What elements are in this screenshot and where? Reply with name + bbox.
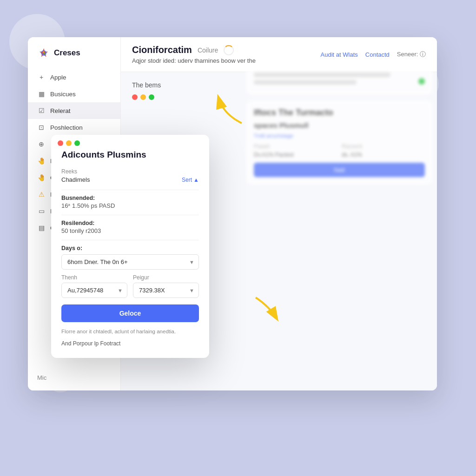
two-col-section: Thenh Au,72945748 ▼ Peigur 7329.38X ▼: [61, 274, 199, 298]
sidebar-item-apple[interactable]: + Apple: [28, 69, 120, 86]
busnended-value: 16ᵃ 1.50% ps PASD: [61, 202, 199, 209]
seneer-label: Seneer: ⓘ: [397, 50, 426, 59]
modal-footer-text: Florre anor it chtaledl, aclunt of harla…: [61, 328, 199, 336]
logo-icon: [37, 46, 50, 60]
contact-link[interactable]: Contactd: [365, 51, 390, 58]
reeks-row: Chadimels Sert ▲: [61, 176, 199, 183]
page-title: Cioniforcatim: [132, 45, 192, 55]
box-icon: ⊡: [37, 123, 46, 132]
modal-dot-red: [58, 140, 63, 146]
app-name: Creses: [54, 48, 80, 58]
modal-footer-link[interactable]: And Porpour lp Footract: [61, 340, 199, 347]
sidebar-bottom: Mic: [28, 374, 121, 381]
reeks-label: Reeks: [61, 168, 199, 175]
chadimels-value: Chadimels: [61, 176, 90, 183]
geloce-button[interactable]: Geloce: [61, 304, 199, 322]
thenh-label: Thenh: [61, 274, 127, 281]
thenh-col: Thenh Au,72945748 ▼: [61, 274, 127, 298]
sidebar-item-busicues[interactable]: ▦ Busicues: [28, 86, 120, 102]
dot-green: [149, 94, 154, 100]
modal-window: Adicounts Plusmins Reeks Chadimels Sert …: [51, 135, 209, 358]
doc-icon: ▤: [37, 224, 46, 232]
peigur-select[interactable]: 7329.38X: [133, 283, 199, 298]
peigur-select-wrapper: 7329.38X ▼: [133, 283, 199, 298]
globe-icon: ⊕: [37, 140, 46, 148]
plus-icon: +: [37, 73, 46, 81]
header-title-area: Cioniforcatim Coilure: [132, 45, 256, 55]
days-select-wrapper: 6hom Dner. The 0n 6+ ▼: [61, 254, 199, 270]
thenh-select[interactable]: Au,72945748: [61, 283, 127, 298]
modal-dot-yellow: [66, 140, 72, 146]
grid-icon: ▦: [37, 90, 46, 98]
header-description: Aqjor stodr ided: uderv tharnines boow v…: [132, 57, 256, 64]
divider-3: [61, 240, 199, 240]
divider-2: [61, 215, 199, 215]
modal-body: Adicounts Plusmins Reeks Chadimels Sert …: [51, 150, 209, 358]
resilendod-value: 50 tonlly r2003: [61, 227, 199, 234]
sidebar-item-poshlection[interactable]: ⊡ Poshlection: [28, 119, 120, 136]
divider-1: [61, 190, 199, 190]
peigur-label: Peigur: [133, 274, 199, 281]
days-row: Days o: 6hom Dner. The 0n 6+ ▼: [61, 245, 199, 270]
header-actions: Audit at Wlats Contactd Seneer: ⓘ: [321, 50, 426, 59]
audit-link[interactable]: Audit at Wlats: [321, 51, 358, 58]
modal-title: Adicounts Plusmins: [61, 150, 199, 160]
loading-spinner: [224, 45, 234, 55]
reeks-group: Reeks Chadimels Sert ▲: [61, 168, 199, 183]
dot-red: [132, 94, 138, 100]
peigur-col: Peigur 7329.38X ▼: [133, 274, 199, 298]
days-select[interactable]: 6hom Dner. The 0n 6+: [61, 254, 199, 270]
busnended-row: Busnended: 16ᵃ 1.50% ps PASD: [61, 195, 199, 209]
busnended-label: Busnended:: [61, 195, 199, 201]
resilendod-label: Resilendod:: [61, 220, 199, 226]
modal-dot-green: [74, 140, 80, 146]
app-logo: Creses: [28, 46, 120, 69]
resilendod-row: Resilendod: 50 tonlly r2003: [61, 220, 199, 234]
sidebar-item-relerat[interactable]: ☑ Relerat: [28, 102, 120, 119]
warning-icon: ⚠: [37, 190, 46, 198]
hand2-icon: 🤚: [37, 173, 46, 182]
sort-button[interactable]: Sert ▲: [182, 177, 199, 183]
modal-traffic-lights: [51, 135, 209, 150]
rect-icon: ▭: [37, 207, 46, 215]
dot-yellow: [140, 94, 146, 100]
blurred-background: Iftocs The Turmacto spaces Plusmull Tmlt…: [246, 65, 432, 344]
page-subtitle: Coilure: [198, 46, 218, 54]
hand-icon: 🤚: [37, 157, 46, 165]
check-icon: ☑: [37, 106, 46, 115]
days-label: Days o:: [61, 245, 199, 251]
thenh-select-wrapper: Au,72945748 ▼: [61, 283, 127, 298]
